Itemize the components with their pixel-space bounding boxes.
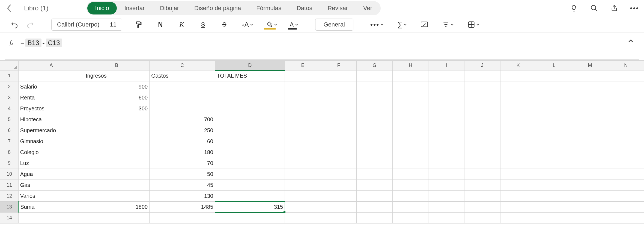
cell-H8[interactable]: [392, 147, 428, 158]
column-header-G[interactable]: G: [357, 61, 393, 70]
cell-E12[interactable]: [285, 191, 321, 202]
cell-N13[interactable]: [608, 202, 644, 213]
cell-C1[interactable]: Gastos: [150, 70, 215, 81]
cell-A11[interactable]: Gas: [18, 180, 84, 191]
cell-I1[interactable]: [428, 70, 464, 81]
cell-L14[interactable]: [536, 213, 572, 223]
cell-N1[interactable]: [608, 70, 644, 81]
cell-A10[interactable]: Agua: [18, 169, 84, 180]
redo-button[interactable]: [24, 19, 37, 30]
font-name-select[interactable]: Calibri (Cuerpo) 11: [51, 19, 122, 31]
cell-E8[interactable]: [285, 147, 321, 158]
cell-E14[interactable]: [285, 213, 321, 223]
font-color-button[interactable]: A: [288, 19, 300, 30]
column-header-F[interactable]: F: [321, 61, 357, 70]
column-header-C[interactable]: C: [150, 61, 215, 70]
row-header-6[interactable]: 6: [0, 125, 19, 136]
cell-E4[interactable]: [285, 103, 321, 114]
cell-N8[interactable]: [608, 147, 644, 158]
cell-C8[interactable]: 180: [150, 147, 215, 158]
row-header-12[interactable]: 12: [0, 191, 19, 202]
cell-B14[interactable]: [84, 213, 150, 223]
cell-B2[interactable]: 900: [84, 81, 150, 92]
cell-K1[interactable]: [500, 70, 536, 81]
cell-E11[interactable]: [285, 180, 321, 191]
row-header-8[interactable]: 8: [0, 147, 19, 158]
cell-I6[interactable]: [428, 125, 464, 136]
tab-diseno-de-pagina[interactable]: Diseño de página: [187, 2, 249, 14]
cell-A6[interactable]: Supermercado: [18, 125, 84, 136]
cell-B4[interactable]: 300: [84, 103, 150, 114]
cell-G3[interactable]: [357, 92, 393, 103]
fx-icon[interactable]: fx: [5, 39, 18, 46]
row-header-5[interactable]: 5: [0, 114, 19, 125]
cell-F3[interactable]: [321, 92, 357, 103]
cell-K10[interactable]: [500, 169, 536, 180]
bold-button[interactable]: N: [155, 19, 166, 30]
cell-M14[interactable]: [572, 213, 608, 223]
row-header-7[interactable]: 7: [0, 136, 19, 147]
cell-D10[interactable]: [215, 169, 285, 180]
cell-B11[interactable]: [84, 180, 150, 191]
more-icon[interactable]: •••: [630, 4, 639, 12]
cell-I14[interactable]: [428, 213, 464, 223]
cell-B1[interactable]: Ingresos: [84, 70, 150, 81]
cell-H9[interactable]: [392, 158, 428, 169]
cell-D1[interactable]: TOTAL MES: [215, 70, 285, 81]
column-header-H[interactable]: H: [392, 61, 428, 70]
cell-J3[interactable]: [464, 92, 500, 103]
cell-F2[interactable]: [321, 81, 357, 92]
cell-N11[interactable]: [608, 180, 644, 191]
cell-H10[interactable]: [392, 169, 428, 180]
cells-button[interactable]: [465, 19, 482, 30]
cell-A13[interactable]: Suma: [18, 202, 84, 213]
back-button[interactable]: [5, 4, 13, 12]
cell-D8[interactable]: [215, 147, 285, 158]
cell-F8[interactable]: [321, 147, 357, 158]
cell-E5[interactable]: [285, 114, 321, 125]
cell-A14[interactable]: [18, 213, 84, 223]
cell-F7[interactable]: [321, 136, 357, 147]
cell-B12[interactable]: [84, 191, 150, 202]
cell-D11[interactable]: [215, 180, 285, 191]
cell-N12[interactable]: [608, 191, 644, 202]
cell-K12[interactable]: [500, 191, 536, 202]
cell-J8[interactable]: [464, 147, 500, 158]
cell-M2[interactable]: [572, 81, 608, 92]
cell-G4[interactable]: [357, 103, 393, 114]
cell-H4[interactable]: [392, 103, 428, 114]
spreadsheet-grid[interactable]: ABCDEFGHIJKLMN 1IngresosGastosTOTAL MES2…: [0, 60, 644, 223]
cell-F5[interactable]: [321, 114, 357, 125]
search-icon[interactable]: [590, 4, 598, 12]
cell-F12[interactable]: [321, 191, 357, 202]
cell-L8[interactable]: [536, 147, 572, 158]
cell-M9[interactable]: [572, 158, 608, 169]
cell-D7[interactable]: [215, 136, 285, 147]
column-header-N[interactable]: N: [608, 61, 644, 70]
cell-K4[interactable]: [500, 103, 536, 114]
cell-A12[interactable]: Varios: [18, 191, 84, 202]
cell-L2[interactable]: [536, 81, 572, 92]
cell-E3[interactable]: [285, 92, 321, 103]
cell-C2[interactable]: [150, 81, 215, 92]
column-header-M[interactable]: M: [572, 61, 608, 70]
cell-M11[interactable]: [572, 180, 608, 191]
cell-H6[interactable]: [392, 125, 428, 136]
number-format-select[interactable]: General: [315, 19, 353, 31]
cell-A8[interactable]: Colegio: [18, 147, 84, 158]
column-header-B[interactable]: B: [84, 61, 150, 70]
cell-N14[interactable]: [608, 213, 644, 223]
cell-H5[interactable]: [392, 114, 428, 125]
formula-input[interactable]: = B13 - C13: [18, 35, 623, 51]
cell-C3[interactable]: [150, 92, 215, 103]
cell-N6[interactable]: [608, 125, 644, 136]
cell-G11[interactable]: [357, 180, 393, 191]
cell-L6[interactable]: [536, 125, 572, 136]
cell-D14[interactable]: [215, 213, 285, 223]
cell-I7[interactable]: [428, 136, 464, 147]
cell-L4[interactable]: [536, 103, 572, 114]
font-size-button[interactable]: aA: [240, 19, 255, 30]
cell-H3[interactable]: [392, 92, 428, 103]
column-header-K[interactable]: K: [500, 61, 536, 70]
cell-J5[interactable]: [464, 114, 500, 125]
